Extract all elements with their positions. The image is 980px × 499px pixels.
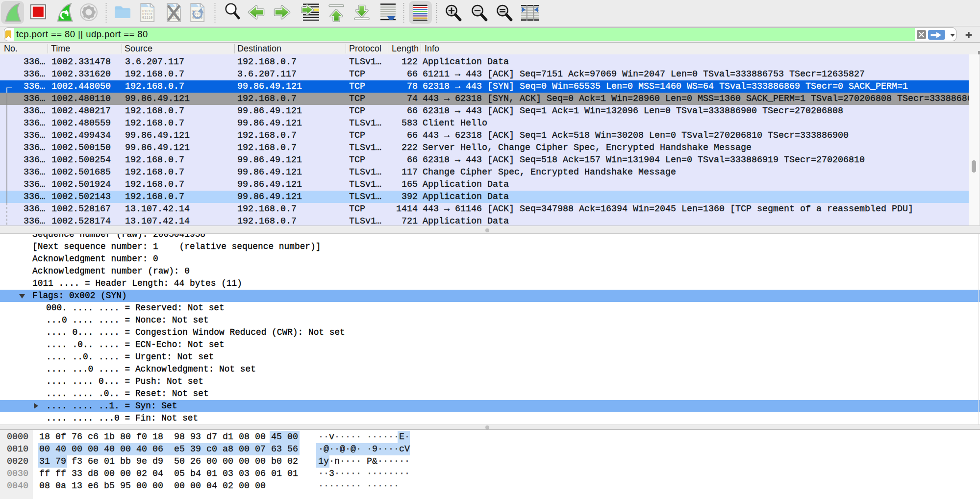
svg-text:01110: 01110 xyxy=(142,16,153,20)
